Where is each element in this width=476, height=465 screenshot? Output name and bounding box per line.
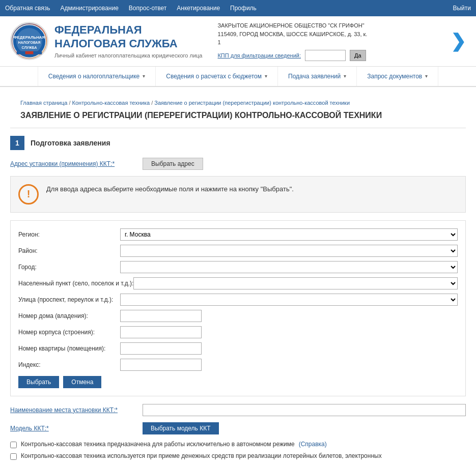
nav-administration[interactable]: Администрирование: [60, 5, 118, 12]
org-title: ФЕДЕРАЛЬНАЯ НАЛОГОВАЯ СЛУЖБА Личный каби…: [54, 23, 202, 59]
district-label: Район:: [18, 247, 120, 254]
company-info: ЗАКРЫТОЕ АКЦИОНЕРНОЕ ОБЩЕСТВО "СК ГРИФОН…: [217, 21, 370, 47]
top-nav-links: Обратная связь Администрирование Вопрос-…: [5, 5, 257, 12]
svg-text:СЛУЖБА: СЛУЖБА: [22, 46, 37, 49]
warning-text: Для ввода адреса выберите необходимые по…: [46, 184, 294, 194]
breadcrumb-current[interactable]: Заявление о регистрации (перерегистрации…: [154, 100, 350, 106]
checkbox-autonomous-help-link[interactable]: (Справка): [299, 441, 327, 448]
building-input[interactable]: [120, 310, 202, 322]
address-form: Регион: г. Москва Район: Город: Населенн…: [10, 220, 466, 396]
warning-icon: !: [18, 184, 39, 205]
main-content: Главная страница / Контрольно-кассовая т…: [0, 87, 476, 466]
index-input[interactable]: [120, 359, 202, 371]
nav-submit-applications-label: Подача заявлений: [288, 73, 341, 80]
model-label: Модель ККТ:*: [10, 425, 137, 432]
nav-budget-info[interactable]: Сведения о расчетах с бюджетом ▾: [156, 67, 278, 86]
nav-request-documents-label: Запрос документов: [367, 73, 422, 80]
page-title: ЗАЯВЛЕНИЕ О РЕГИСТРАЦИИ (ПЕРЕРЕГИСТРАЦИИ…: [10, 108, 466, 128]
apartment-row: Номер квартиры (помещения):: [18, 342, 458, 355]
city-label: Город:: [18, 264, 120, 271]
step-header: 1 Подготовка заявления: [10, 136, 466, 150]
kpp-row: КПП для фильтрации сведений: Да: [217, 50, 366, 61]
corpus-label: Номер корпуса (строения):: [18, 329, 120, 336]
nav-budget-info-label: Сведения о расчетах с бюджетом: [166, 73, 262, 80]
installation-name-input[interactable]: [143, 404, 466, 416]
city-select[interactable]: [120, 261, 458, 273]
nav-profile[interactable]: Профиль: [230, 5, 257, 12]
chevron-down-icon: ▾: [344, 73, 346, 79]
nav-taxpayer-info[interactable]: Сведения о налогоплательщике ▾: [38, 67, 156, 86]
street-row: Улица (проспект, переулок и т.д.):: [18, 294, 458, 306]
index-row: Индекс:: [18, 359, 458, 371]
checkbox-lottery[interactable]: [10, 453, 17, 460]
next-arrow-icon[interactable]: ❯: [451, 31, 466, 52]
org-name-line2: НАЛОГОВАЯ СЛУЖБА: [54, 37, 202, 50]
org-subtitle: Личный кабинет налогоплательщика юридиче…: [54, 52, 202, 59]
checkbox-autonomous-label: Контрольно-кассовая техника предназначен…: [21, 441, 295, 448]
corpus-row: Номер корпуса (строения):: [18, 326, 458, 338]
logo-icon: ФЕДЕРАЛЬНАЯ НАЛОГОВАЯ СЛУЖБА: [10, 22, 48, 60]
installation-name-label: Наименование места установки ККТ:*: [10, 406, 137, 414]
address-buttons: Выбрать Отмена: [18, 376, 458, 388]
settlement-row: Населенный пункт (село, поселок и т.д.):: [18, 277, 458, 289]
breadcrumb: Главная страница / Контрольно-кассовая т…: [10, 95, 466, 108]
region-select[interactable]: г. Москва: [120, 228, 458, 241]
checkbox-lottery-row: Контрольно-кассовая техника используется…: [10, 452, 466, 460]
nav-request-documents[interactable]: Запрос документов ▾: [357, 67, 438, 86]
corpus-input[interactable]: [120, 326, 202, 338]
top-navigation: Обратная связь Администрирование Вопрос-…: [0, 0, 476, 16]
kpp-submit-button[interactable]: Да: [350, 50, 366, 61]
district-select[interactable]: [120, 245, 458, 257]
checkbox-lottery-label: Контрольно-кассовая техника используется…: [21, 452, 382, 459]
company-name: ЗАКРЫТОЕ АКЦИОНЕРНОЕ ОБЩЕСТВО "СК ГРИФОН…: [217, 22, 364, 28]
svg-rect-6: [17, 51, 25, 54]
settlement-label: Населенный пункт (село, поселок и т.д.):: [18, 280, 133, 287]
index-label: Индекс:: [18, 361, 120, 368]
apartment-input[interactable]: [120, 342, 202, 355]
chevron-down-icon: ▾: [425, 73, 428, 79]
svg-text:ФЕДЕРАЛЬНАЯ: ФЕДЕРАЛЬНАЯ: [14, 35, 45, 40]
address-row: Адрес установки (применения) ККТ:* Выбра…: [10, 158, 466, 170]
region-label: Регион:: [18, 231, 120, 238]
header-right: ЗАКРЫТОЕ АКЦИОНЕРНОЕ ОБЩЕСТВО "СК ГРИФОН…: [202, 21, 445, 61]
svg-rect-7: [33, 51, 42, 54]
choose-button[interactable]: Выбрать: [18, 376, 59, 388]
nav-feedback[interactable]: Обратная связь: [5, 5, 50, 12]
building-row: Номер дома (владения):: [18, 310, 458, 322]
model-row: Модель ККТ:* Выбрать модель ККТ: [10, 422, 466, 434]
street-label: Улица (проспект, переулок и т.д.):: [18, 296, 120, 303]
nav-survey[interactable]: Анкетирование: [177, 5, 220, 12]
page-header: ФЕДЕРАЛЬНАЯ НАЛОГОВАЯ СЛУЖБА ФЕДЕРАЛЬНАЯ…: [0, 16, 476, 67]
checkbox-autonomous-row: Контрольно-кассовая техника предназначен…: [10, 441, 466, 448]
building-label: Номер дома (владения):: [18, 312, 120, 319]
main-navigation: Сведения о налогоплательщике ▾ Сведения …: [0, 67, 476, 87]
region-row: Регион: г. Москва: [18, 228, 458, 241]
district-row: Район:: [18, 245, 458, 257]
breadcrumb-kkt[interactable]: Контрольно-кассовая техника: [72, 100, 150, 106]
company-address: 115409, ГОРОД МОСКВА, ШОССЕ КАШИРСКОЕ, д…: [217, 31, 367, 46]
select-address-button[interactable]: Выбрать адрес: [143, 158, 203, 170]
street-select[interactable]: [120, 294, 458, 306]
org-name-line1: ФЕДЕРАЛЬНАЯ: [54, 23, 202, 37]
step-title: Подготовка заявления: [31, 139, 110, 147]
warning-box: ! Для ввода адреса выберите необходимые …: [10, 176, 466, 213]
svg-text:НАЛОГОВАЯ: НАЛОГОВАЯ: [18, 41, 41, 44]
installation-name-row: Наименование места установки ККТ:*: [10, 404, 466, 416]
settlement-select[interactable]: [133, 277, 458, 289]
checkbox-autonomous[interactable]: [10, 442, 17, 448]
kpp-label[interactable]: КПП для фильтрации сведений:: [217, 52, 301, 59]
select-model-button[interactable]: Выбрать модель ККТ: [143, 422, 219, 434]
logo-area: ФЕДЕРАЛЬНАЯ НАЛОГОВАЯ СЛУЖБА ФЕДЕРАЛЬНАЯ…: [10, 22, 202, 60]
breadcrumb-home[interactable]: Главная страница: [20, 100, 67, 106]
cancel-button[interactable]: Отмена: [63, 376, 101, 388]
nav-submit-applications[interactable]: Подача заявлений ▾: [278, 67, 357, 86]
kpp-input[interactable]: [305, 50, 346, 61]
logout-button[interactable]: Выйти: [453, 5, 471, 12]
step-number: 1: [10, 136, 24, 150]
nav-qa[interactable]: Вопрос-ответ: [129, 5, 166, 12]
chevron-down-icon: ▾: [265, 73, 267, 79]
city-row: Город:: [18, 261, 458, 273]
apartment-label: Номер квартиры (помещения):: [18, 345, 120, 352]
address-label: Адрес установки (применения) ККТ:*: [10, 160, 137, 167]
nav-taxpayer-info-label: Сведения о налогоплательщике: [48, 73, 140, 80]
